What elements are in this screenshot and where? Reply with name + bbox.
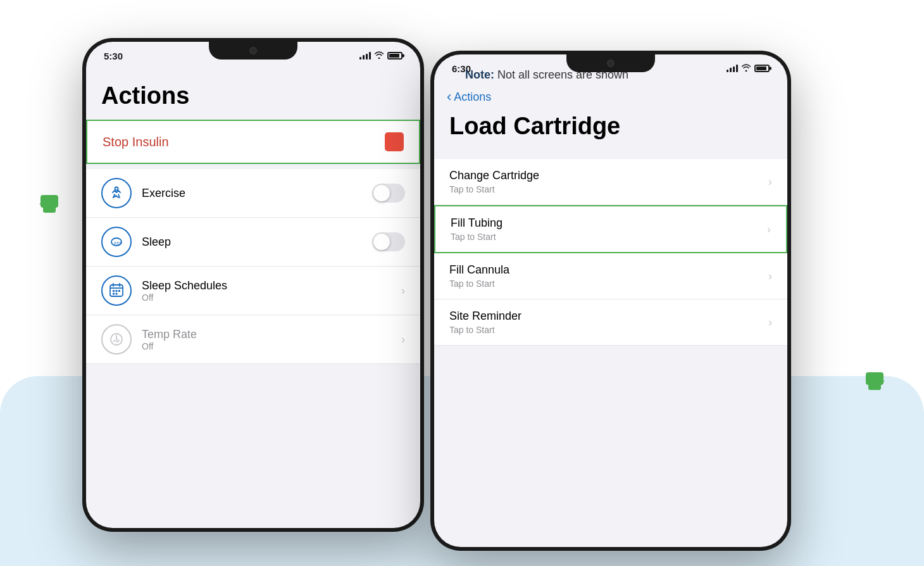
back-chevron-icon: ‹ xyxy=(447,89,451,105)
sleep-schedules-info: Sleep Schedules Off xyxy=(142,279,396,303)
fill-cannula-chevron: › xyxy=(768,270,772,283)
signal-bar-4 xyxy=(369,52,371,60)
battery-right xyxy=(754,65,770,72)
sleep-toggle-knob xyxy=(373,234,390,250)
status-time-left: 5:30 xyxy=(104,51,123,61)
signal-bar-r1 xyxy=(727,70,728,72)
site-reminder-info: Site Reminder Tap to Start xyxy=(449,310,521,335)
sleep-schedules-sub: Off xyxy=(142,292,396,303)
stop-insulin-label: Stop Insulin xyxy=(103,135,169,149)
change-cartridge-sub: Tap to Start xyxy=(449,184,539,194)
wifi-left xyxy=(374,51,384,61)
battery-fill-left xyxy=(389,54,399,58)
notch-left xyxy=(209,42,297,60)
signal-bar-2 xyxy=(363,55,365,60)
temp-rate-chevron: › xyxy=(401,333,405,346)
temp-rate-info: Temp Rate Off xyxy=(142,328,396,351)
fill-tubing-info: Fill Tubing Tap to Start xyxy=(451,217,503,242)
signal-bar-1 xyxy=(359,57,361,60)
camera-left xyxy=(249,47,257,54)
section-gap-top xyxy=(434,153,787,159)
load-cartridge-title: Load Cartridge xyxy=(434,108,787,153)
left-tap-icon xyxy=(38,190,66,223)
sleep-label: Sleep xyxy=(142,236,372,249)
back-label: Actions xyxy=(454,91,491,104)
signal-right xyxy=(727,65,738,72)
signal-bar-r2 xyxy=(730,68,732,72)
cartridge-list: Change Cartridge Tap to Start › Fill Tub… xyxy=(434,159,787,346)
signal-bar-3 xyxy=(366,54,368,60)
exercise-label: Exercise xyxy=(142,187,372,200)
svg-rect-3 xyxy=(868,380,881,390)
phone-right-screen: 6:30 xyxy=(434,54,787,547)
exercise-row[interactable]: Exercise xyxy=(86,169,420,218)
signal-bar-r3 xyxy=(733,66,735,72)
fill-tubing-row[interactable]: Fill Tubing Tap to Start › xyxy=(434,205,787,253)
stop-insulin-indicator xyxy=(385,132,404,151)
exercise-toggle[interactable] xyxy=(372,184,405,203)
signal-left xyxy=(359,52,371,60)
sleep-schedules-row[interactable]: Sleep Schedules Off › xyxy=(86,267,420,315)
left-phone-content: Actions Stop Insulin xyxy=(86,70,420,528)
sleep-icon-circle: zzz xyxy=(101,227,132,257)
sleep-schedules-chevron: › xyxy=(401,284,405,298)
stop-insulin-row[interactable]: Stop Insulin xyxy=(86,120,420,164)
temp-rate-sub: Off xyxy=(142,341,396,351)
fill-cannula-row[interactable]: Fill Cannula Tap to Start › xyxy=(434,253,787,299)
temp-rate-icon-circle xyxy=(101,324,132,355)
right-phone-content: ‹ Actions Load Cartridge Change Cartridg… xyxy=(434,82,787,547)
fill-cannula-info: Fill Cannula Tap to Start xyxy=(449,263,509,289)
exercise-toggle-knob xyxy=(373,185,390,201)
phone-right: 6:30 xyxy=(430,51,791,551)
svg-point-4 xyxy=(115,187,118,191)
sleep-schedules-icon-circle xyxy=(101,275,132,306)
camera-right xyxy=(607,60,615,67)
note-content: Not all screens are shown xyxy=(497,68,628,81)
temp-rate-row[interactable]: Temp Rate Off › xyxy=(86,315,420,364)
sleep-schedules-label: Sleep Schedules xyxy=(142,279,396,292)
actions-title: Actions xyxy=(86,70,420,120)
action-list: Exercise zzz Sleep xyxy=(86,169,420,364)
svg-rect-8 xyxy=(113,290,115,292)
change-cartridge-chevron: › xyxy=(768,175,772,189)
wifi-right xyxy=(741,63,751,73)
battery-left xyxy=(387,52,403,60)
svg-rect-10 xyxy=(118,290,120,292)
fill-tubing-chevron: › xyxy=(767,223,771,236)
note-prefix: Note: xyxy=(465,68,494,81)
temp-rate-label: Temp Rate xyxy=(142,328,396,341)
change-cartridge-title: Change Cartridge xyxy=(449,169,539,182)
sleep-row[interactable]: zzz Sleep xyxy=(86,218,420,267)
note-text: Note: Not all screens are shown xyxy=(465,68,628,82)
site-reminder-title: Site Reminder xyxy=(449,310,521,323)
signal-bar-r4 xyxy=(736,65,738,72)
site-reminder-row[interactable]: Site Reminder Tap to Start › xyxy=(434,299,787,346)
svg-rect-12 xyxy=(116,293,118,295)
svg-rect-9 xyxy=(116,290,118,292)
fill-tubing-sub: Tap to Start xyxy=(451,232,503,242)
site-reminder-sub: Tap to Start xyxy=(449,325,521,335)
battery-fill-right xyxy=(756,66,766,70)
fill-tubing-title: Fill Tubing xyxy=(451,217,503,230)
svg-text:zzz: zzz xyxy=(114,240,122,246)
fill-cannula-sub: Tap to Start xyxy=(449,279,509,289)
svg-rect-1 xyxy=(43,203,56,213)
exercise-icon-circle xyxy=(101,178,132,208)
change-cartridge-row[interactable]: Change Cartridge Tap to Start › xyxy=(434,159,787,205)
status-icons-right xyxy=(727,63,770,73)
back-nav[interactable]: ‹ Actions xyxy=(434,82,787,108)
right-tap-icon xyxy=(858,367,886,401)
phone-left-screen: 5:30 xyxy=(86,42,420,528)
phone-left: 5:30 xyxy=(82,38,424,532)
site-reminder-chevron: › xyxy=(768,316,772,329)
sleep-toggle[interactable] xyxy=(372,232,405,251)
svg-rect-11 xyxy=(113,293,115,295)
status-icons-left xyxy=(359,51,403,61)
fill-cannula-title: Fill Cannula xyxy=(449,263,509,277)
change-cartridge-info: Change Cartridge Tap to Start xyxy=(449,169,539,194)
